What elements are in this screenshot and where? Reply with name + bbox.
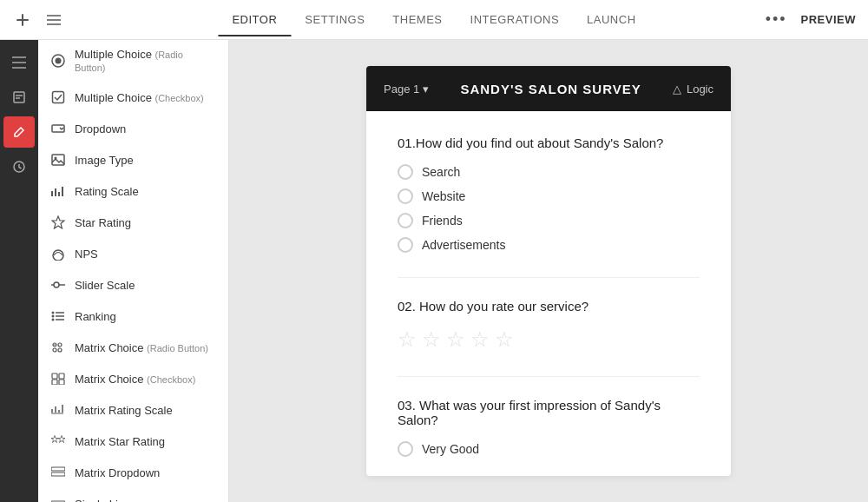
icon-strip — [0, 40, 38, 502]
svg-point-23 — [54, 282, 59, 287]
svg-point-32 — [58, 343, 62, 347]
option-friends[interactable]: Friends — [398, 213, 700, 228]
panel-item-matrix-radio[interactable]: Matrix Choice (Radio Button) — [38, 332, 228, 363]
star-rating-icon — [50, 215, 66, 230]
page-arrow-icon: ▾ — [423, 83, 429, 96]
survey-card: Page 1 ▾ SANDY'S SALON SURVEY △ Logic 01… — [366, 66, 731, 476]
star-rating-label: Star Rating — [75, 216, 131, 229]
panel-item-matrix-dropdown[interactable]: Matrix Dropdown — [38, 457, 228, 488]
panel-item-nps[interactable]: NPS — [38, 238, 228, 269]
option-website[interactable]: Website — [398, 188, 700, 204]
panel-item-rating-scale[interactable]: Rating Scale — [38, 175, 228, 207]
svg-point-34 — [58, 348, 62, 352]
strip-clock-icon[interactable] — [3, 151, 35, 182]
divider-2 — [398, 376, 700, 377]
option-website-label: Website — [422, 189, 465, 203]
option-advertisements-label: Advertisements — [422, 238, 505, 252]
question-2-block: 02. How do you rate our service? ☆ ☆ ☆ ☆… — [398, 299, 700, 352]
panel-item-matrix-checkbox[interactable]: Matrix Choice (Checkbox) — [38, 363, 228, 394]
dropdown-icon — [50, 121, 66, 136]
svg-point-21 — [53, 250, 63, 261]
checkbox-icon — [50, 89, 66, 105]
panel-item-single-line[interactable]: Single Line — [38, 488, 228, 502]
svg-rect-6 — [14, 92, 24, 102]
question-3-text: 03. What was your first impression of Sa… — [398, 398, 700, 427]
svg-rect-38 — [59, 380, 64, 385]
rating-scale-icon — [50, 183, 66, 199]
svg-marker-45 — [58, 436, 65, 443]
svg-rect-47 — [51, 472, 65, 476]
image-type-label: Image Type — [75, 154, 134, 167]
tab-themes[interactable]: THEMES — [378, 3, 456, 36]
nav-tabs: EDITOR SETTINGS THEMES INTEGRATIONS LAUN… — [218, 3, 649, 36]
preview-button[interactable]: PREVIEW — [801, 13, 856, 26]
panel-item-multiple-choice-radio[interactable]: Multiple Choice (Radio Button) — [38, 40, 228, 82]
logic-button[interactable]: △ Logic — [673, 83, 713, 96]
option-search[interactable]: Search — [398, 164, 700, 180]
question-2-text: 02. How do you rate our service? — [398, 299, 700, 314]
star-rating-row[interactable]: ☆ ☆ ☆ ☆ ☆ — [398, 327, 700, 352]
divider-1 — [398, 277, 700, 278]
matrix-star-label: Matrix Star Rating — [75, 435, 165, 448]
svg-rect-35 — [52, 373, 57, 379]
page-indicator-label: Page 1 — [384, 83, 419, 96]
svg-point-24 — [52, 312, 55, 314]
star-1[interactable]: ☆ — [398, 327, 417, 352]
svg-point-33 — [53, 348, 56, 352]
panel-item-slider-scale[interactable]: Slider Scale — [38, 269, 228, 301]
more-options-button[interactable]: ••• — [766, 10, 787, 29]
tab-launch[interactable]: LAUNCH — [573, 3, 649, 36]
panel-item-star-rating[interactable]: Star Rating — [38, 207, 228, 238]
add-button[interactable] — [12, 10, 33, 30]
nps-icon — [50, 246, 66, 261]
star-2[interactable]: ☆ — [422, 327, 441, 352]
nps-label: NPS — [75, 248, 98, 261]
option-very-good-label: Very Good — [422, 442, 479, 456]
menu-button[interactable] — [43, 11, 64, 29]
survey-header: Page 1 ▾ SANDY'S SALON SURVEY △ Logic — [366, 66, 731, 111]
slider-scale-icon — [50, 277, 66, 293]
logic-label: Logic — [687, 83, 713, 96]
slider-scale-label: Slider Scale — [75, 279, 135, 292]
rating-scale-label: Rating Scale — [75, 185, 139, 198]
svg-rect-37 — [52, 380, 57, 385]
survey-title: SANDY'S SALON SURVEY — [429, 82, 673, 96]
radio-button-icon — [50, 53, 66, 69]
matrix-rating-label: Matrix Rating Scale — [75, 404, 173, 417]
tab-integrations[interactable]: INTEGRATIONS — [457, 3, 574, 36]
ranking-icon — [50, 308, 66, 324]
panel-item-dropdown[interactable]: Dropdown — [38, 113, 228, 144]
panel-item-matrix-star[interactable]: Matrix Star Rating — [38, 426, 228, 457]
strip-questions-icon[interactable] — [3, 82, 35, 113]
strip-edit-icon[interactable] — [3, 116, 35, 148]
panel-item-multiple-choice-checkbox[interactable]: Multiple Choice (Checkbox) — [38, 82, 228, 113]
option-very-good[interactable]: Very Good — [398, 441, 700, 457]
matrix-star-icon — [50, 433, 66, 449]
tab-editor[interactable]: EDITOR — [218, 3, 291, 36]
star-4[interactable]: ☆ — [470, 327, 490, 352]
top-navigation: EDITOR SETTINGS THEMES INTEGRATIONS LAUN… — [0, 0, 868, 40]
svg-rect-46 — [51, 467, 65, 471]
single-line-icon — [50, 496, 66, 502]
tab-settings[interactable]: SETTINGS — [291, 3, 378, 36]
logic-triangle-icon: △ — [673, 83, 681, 96]
page-indicator[interactable]: Page 1 ▾ — [384, 83, 429, 96]
panel-item-matrix-rating[interactable]: Matrix Rating Scale — [38, 394, 228, 426]
star-5[interactable]: ☆ — [495, 327, 514, 352]
radio-circle-website — [398, 188, 413, 204]
ranking-label: Ranking — [75, 310, 116, 323]
panel-item-image-type[interactable]: Image Type — [38, 144, 228, 175]
star-3[interactable]: ☆ — [446, 327, 465, 352]
radio-circle-friends — [398, 213, 413, 228]
matrix-rating-icon — [50, 402, 66, 418]
content-area: Page 1 ▾ SANDY'S SALON SURVEY △ Logic 01… — [229, 40, 868, 502]
matrix-dropdown-icon — [50, 465, 66, 480]
matrix-dropdown-label: Matrix Dropdown — [75, 466, 160, 479]
strip-pages-icon[interactable] — [3, 47, 35, 78]
option-advertisements[interactable]: Advertisements — [398, 237, 700, 253]
option-friends-label: Friends — [422, 214, 463, 228]
svg-point-11 — [56, 58, 62, 64]
svg-rect-36 — [59, 373, 64, 379]
dropdown-label: Dropdown — [75, 122, 126, 135]
panel-item-ranking[interactable]: Ranking — [38, 301, 228, 332]
